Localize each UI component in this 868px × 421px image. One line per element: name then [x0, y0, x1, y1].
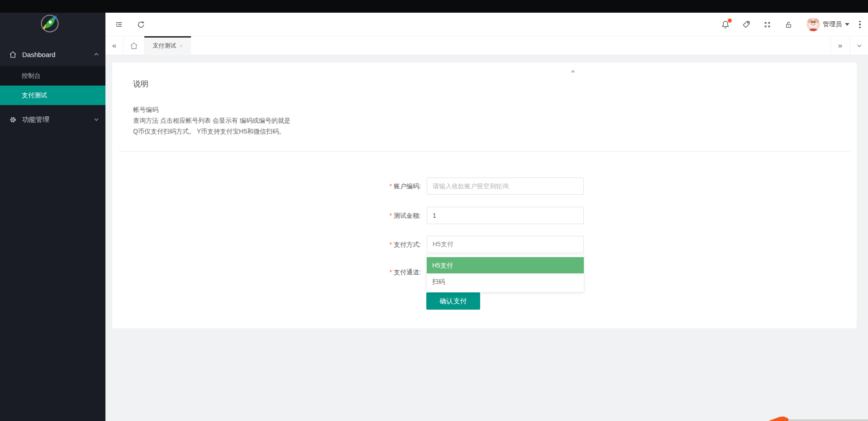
sidebar-item-console[interactable]: 控制台 [0, 66, 105, 86]
test-amount-input[interactable] [427, 207, 584, 224]
top-header: 管理员 [105, 13, 868, 36]
section-title: 说明 [133, 79, 148, 89]
required-mark: * [390, 241, 392, 248]
payment-method-dropdown: H5支付 扫码 [426, 254, 584, 292]
app-root: Dashboard 控制台 支付测试 功能管理 [0, 0, 868, 421]
lock-button[interactable] [779, 13, 797, 36]
sidebar-item-payment-test[interactable]: 支付测试 [0, 86, 105, 105]
bottom-scroll-line [785, 420, 868, 421]
form-row-method: *支付方式: [112, 236, 610, 253]
chevron-down-icon [856, 43, 863, 49]
collapse-menu-button[interactable] [110, 13, 128, 36]
chevron-up-icon [94, 52, 99, 57]
note-line: Q币仅支付扫码方式。 Y币支持支付宝H5和微信扫码。 [133, 126, 291, 137]
user-avatar[interactable] [806, 18, 820, 31]
refresh-button[interactable] [132, 13, 150, 36]
form-row-amount: *测试金额: [112, 207, 610, 224]
sidebar-item-label: 功能管理 [22, 115, 94, 124]
user-name: 管理员 [823, 20, 842, 29]
home-icon [9, 51, 17, 58]
field-label: *支付方式: [348, 236, 421, 253]
field-label: *账户编码: [348, 177, 421, 195]
chevron-down-icon [94, 117, 99, 122]
sidebar: Dashboard 控制台 支付测试 功能管理 [0, 13, 105, 421]
rocket-logo-icon [40, 14, 60, 33]
more-options-button[interactable] [851, 13, 868, 36]
tabs-scroll-left-button[interactable]: « [105, 36, 124, 55]
tags-button[interactable] [737, 13, 755, 36]
main-content: 说明 帐号编码 查询方法 点击相应帐号列表 会显示有 编码或编号的就是 Q币仅支… [105, 55, 868, 421]
more-vertical-icon [859, 21, 861, 29]
content-card: 说明 帐号编码 查询方法 点击相应帐号列表 会显示有 编码或编号的就是 Q币仅支… [112, 62, 857, 328]
tab-label: 支付测试 [153, 42, 176, 50]
collapse-menu-icon [114, 20, 124, 29]
tab-close-icon[interactable]: × [179, 43, 183, 49]
caret-down-icon [845, 23, 849, 26]
hidden-widget-orange-tip [768, 416, 788, 421]
required-mark: * [390, 268, 392, 276]
note-line: 查询方法 点击相应帐号列表 会显示有 编码或编号的就是 [133, 115, 291, 126]
app-logo[interactable] [40, 14, 60, 33]
section-divider [119, 151, 850, 152]
notification-badge [728, 19, 732, 23]
sidebar-submenu: 控制台 支付测试 [0, 66, 105, 105]
refresh-icon [137, 20, 145, 29]
instructions-text: 帐号编码 查询方法 点击相应帐号列表 会显示有 编码或编号的就是 Q币仅支付扫码… [133, 104, 291, 137]
required-mark: * [390, 212, 392, 219]
note-line: 帐号编码 [133, 104, 291, 115]
lock-icon [784, 20, 793, 29]
window-top-strip [0, 0, 868, 13]
tab-payment-test[interactable]: 支付测试 × [144, 36, 191, 55]
dropdown-option-scan[interactable]: 扫码 [427, 273, 584, 290]
required-mark: * [390, 182, 392, 190]
double-chevron-left-icon: « [112, 41, 116, 50]
form-row-account: *账户编码: [112, 177, 610, 195]
tabs-menu-button[interactable] [850, 36, 868, 55]
sidebar-item-dashboard[interactable]: Dashboard [0, 43, 105, 65]
tabs-scroll-right-button[interactable]: » [830, 36, 849, 55]
dropdown-option-h5[interactable]: H5支付 [427, 257, 584, 273]
field-label: *支付通道: [348, 263, 421, 281]
account-code-input[interactable] [427, 177, 584, 195]
field-label: *测试金额: [348, 207, 421, 224]
active-tab-indicator [144, 36, 191, 38]
sidebar-item-label: Dashboard [22, 51, 94, 58]
user-menu[interactable]: 管理员 [823, 13, 849, 36]
select-arrow-up-icon [571, 70, 575, 72]
payment-method-select[interactable] [427, 236, 584, 253]
tag-icon [742, 20, 751, 29]
home-icon [129, 41, 138, 50]
notifications-button[interactable] [716, 13, 734, 36]
tab-home-button[interactable] [124, 36, 144, 55]
tab-bar: « 支付测试 × » [105, 36, 868, 55]
double-chevron-right-icon: » [838, 41, 842, 50]
avatar-image [806, 18, 820, 31]
confirm-payment-button[interactable]: 确认支付 [426, 292, 480, 310]
fullscreen-button[interactable] [758, 13, 776, 36]
sidebar-item-function-mgmt[interactable]: 功能管理 [0, 109, 105, 130]
fullscreen-icon [763, 20, 772, 29]
gear-icon [9, 116, 17, 124]
